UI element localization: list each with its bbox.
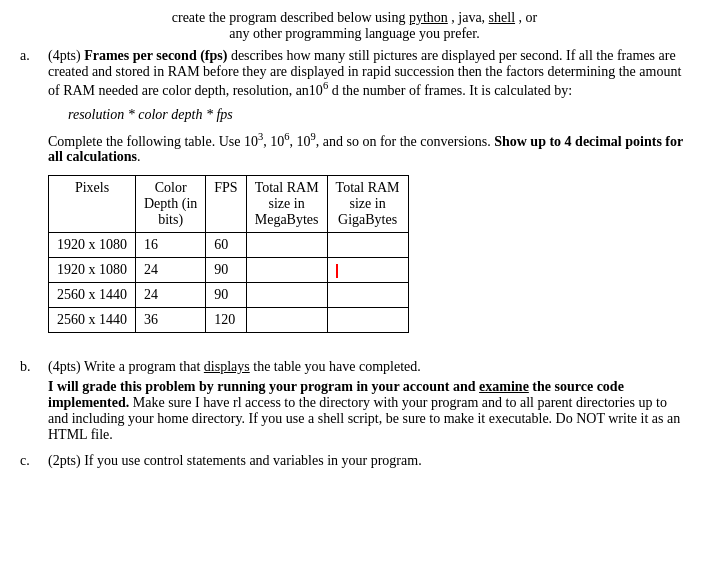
table-row: 1920 x 1080 24 90 — [49, 258, 409, 283]
section-b-para2: I will grade this problem by running you… — [48, 379, 689, 443]
cell-mb-3 — [246, 308, 327, 333]
section-c-text: (2pts) If you use control statements and… — [48, 453, 689, 469]
python-link: python — [409, 10, 448, 25]
intro-text: create the program described below using… — [20, 10, 689, 42]
intro-comma2: , or — [519, 10, 538, 25]
section-c-label: c. (2pts) If you use control statements … — [20, 453, 689, 469]
fps-desc2: d the number of frames. It is calculated… — [328, 83, 572, 98]
table-intro: Complete the following table. Use 103, 1… — [48, 131, 689, 166]
b-bold1: I will grade this problem by running you… — [48, 379, 479, 394]
table-intro2: , 10 — [263, 133, 284, 148]
cell-depth-1: 24 — [136, 258, 206, 283]
formula-text: resolution * color depth * fps — [68, 107, 233, 122]
cell-gb-3 — [327, 308, 408, 333]
section-b-letter: b. — [20, 359, 48, 375]
col-pixels: Pixels — [49, 176, 136, 233]
section-a-para: (4pts) Frames per second (fps) describes… — [48, 48, 689, 99]
cell-pixels-0: 1920 x 1080 — [49, 233, 136, 258]
cell-pixels-1: 1920 x 1080 — [49, 258, 136, 283]
b-intro: (4pts) Write a program that — [48, 359, 204, 374]
cell-gb-1 — [327, 258, 408, 283]
table-intro3: , 10 — [289, 133, 310, 148]
col-fps: FPS — [206, 176, 246, 233]
section-b-label: b. (4pts) Write a program that displays … — [20, 359, 689, 443]
col-ram-gb: Total RAMsize inGigaBytes — [327, 176, 408, 233]
cell-depth-2: 24 — [136, 283, 206, 308]
section-a-pts: (4pts) — [48, 48, 81, 63]
cell-fps-1: 90 — [206, 258, 246, 283]
col-ram-mb: Total RAMsize inMegaBytes — [246, 176, 327, 233]
section-a-label: a. (4pts) Frames per second (fps) descri… — [20, 48, 689, 343]
b-intro2: the table you have completed. — [250, 359, 421, 374]
table-intro-end: . — [137, 149, 141, 164]
cell-gb-2 — [327, 283, 408, 308]
formula: resolution * color depth * fps — [68, 107, 689, 123]
b-examine: examine — [479, 379, 529, 394]
intro-line2: any other programming language you prefe… — [229, 26, 479, 41]
section-b: b. (4pts) Write a program that displays … — [20, 359, 689, 443]
cell-pixels-3: 2560 x 1440 — [49, 308, 136, 333]
cell-depth-3: 36 — [136, 308, 206, 333]
table-row: 2560 x 1440 24 90 — [49, 283, 409, 308]
cell-mb-0 — [246, 233, 327, 258]
table-intro4: , and so on for the conversions. — [316, 133, 491, 148]
section-b-para1: (4pts) Write a program that displays the… — [48, 359, 689, 375]
intro-comma1: , java, — [451, 10, 488, 25]
table-row: 2560 x 1440 36 120 — [49, 308, 409, 333]
b-displays: displays — [204, 359, 250, 374]
table-intro1: Complete the following table. Use 10 — [48, 133, 258, 148]
section-a-content: (4pts) Frames per second (fps) describes… — [48, 48, 689, 343]
section-b-content: (4pts) Write a program that displays the… — [48, 359, 689, 443]
cell-fps-0: 60 — [206, 233, 246, 258]
section-c: c. (2pts) If you use control statements … — [20, 453, 689, 469]
cell-mb-1 — [246, 258, 327, 283]
cell-fps-3: 120 — [206, 308, 246, 333]
fps-bold: Frames per second (fps) — [84, 48, 227, 63]
section-c-content: (2pts) If you use control statements and… — [48, 453, 689, 469]
cell-depth-0: 16 — [136, 233, 206, 258]
cursor-indicator — [336, 264, 338, 278]
intro-block: create the program described below using… — [20, 10, 689, 42]
b-rest1: Make sure I have rl access to the direct… — [48, 395, 680, 442]
section-c-letter: c. — [20, 453, 48, 469]
table-row: 1920 x 1080 16 60 — [49, 233, 409, 258]
section-a-letter: a. — [20, 48, 48, 64]
intro-prefix: create the program described below using — [172, 10, 406, 25]
cell-mb-2 — [246, 283, 327, 308]
cell-gb-0 — [327, 233, 408, 258]
section-a: a. (4pts) Frames per second (fps) descri… — [20, 48, 689, 343]
shell-link: shell — [489, 10, 515, 25]
cell-pixels-2: 2560 x 1440 — [49, 283, 136, 308]
cell-fps-2: 90 — [206, 283, 246, 308]
col-color-depth: ColorDepth (inbits) — [136, 176, 206, 233]
ram-table: Pixels ColorDepth (inbits) FPS Total RAM… — [48, 175, 409, 333]
